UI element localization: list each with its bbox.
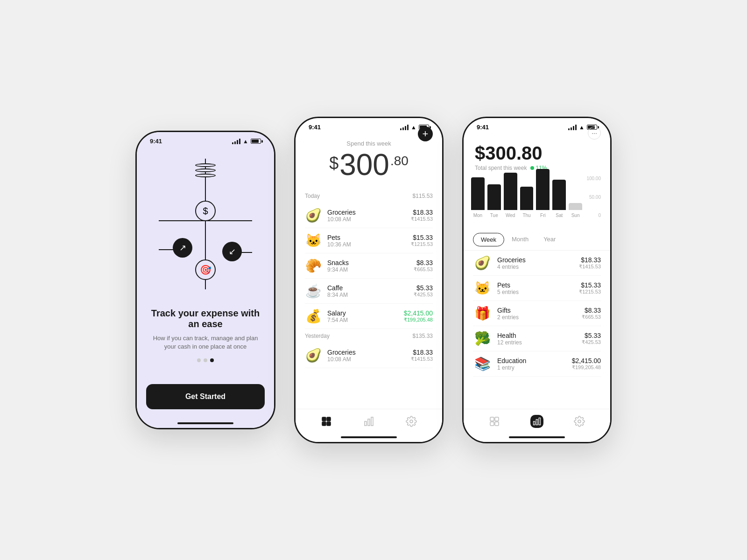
bar-mon: Mon (471, 177, 485, 218)
tab-year[interactable]: Year (536, 233, 563, 246)
bar-sun: Sun (569, 203, 582, 218)
tx-amount-pets-1: $15.33 ₹1215.53 (411, 234, 433, 247)
nav-settings-2[interactable] (405, 415, 418, 428)
y-label-50: 50.00 (589, 195, 601, 200)
cat-emoji-health: 🥦 (473, 331, 492, 346)
nav-home-3[interactable] (488, 415, 501, 428)
bars-container: Mon Tue Wed Thu (471, 176, 582, 218)
home-indicator-3 (509, 436, 565, 438)
time-3: 9:41 (477, 124, 489, 131)
svg-rect-14 (539, 418, 540, 425)
svg-point-15 (578, 420, 581, 423)
period-tabs: Week Month Year (464, 229, 610, 251)
nav-settings-3[interactable] (573, 415, 586, 428)
status-bar-1: 9:41 ▲ (137, 132, 274, 145)
section-yesterday: Yesterday $135.33 (305, 329, 433, 343)
status-bar-3: 9:41 ▲ (464, 118, 610, 131)
cat-emoji-pets: 🐱 (473, 280, 492, 296)
time-1: 9:41 (150, 138, 162, 145)
arrow-down-circle: ↙ (222, 242, 242, 261)
stats-amount: $300.80 (475, 143, 599, 164)
onboarding-subtitle: How if you can track, manage and plan yo… (151, 334, 260, 351)
cat-gifts[interactable]: 🎁 Gifts 2 entries $8.33 ₹665.53 (473, 301, 601, 326)
cat-info-groceries: Groceries 4 entries (497, 256, 579, 270)
tx-info-caffe-1: Caffe 8:34 AM (327, 284, 414, 298)
tx-info-groceries-1: Groceries 10:08 AM (327, 209, 411, 223)
tab-month[interactable]: Month (504, 233, 536, 246)
bar-chart: Mon Tue Wed Thu (464, 171, 610, 229)
cat-education[interactable]: 📚 Education 1 entry $2,415.00 ₹199,205.4… (473, 351, 601, 377)
section-today: Today $115.53 (305, 189, 433, 203)
section-yesterday-label: Yesterday (305, 333, 330, 339)
onboarding-title: Track your expense with an ease (151, 308, 260, 329)
section-today-label: Today (305, 193, 320, 199)
cat-info-health: Health 12 entries (497, 332, 582, 346)
nav-home-2[interactable] (320, 415, 333, 428)
signal-icon-3 (568, 125, 577, 130)
get-started-button[interactable]: Get Started (146, 384, 265, 409)
add-button[interactable]: + (418, 126, 433, 141)
tx-groceries-2[interactable]: 🥑 Groceries 10:08 AM $18.33 ₹1415.53 (305, 343, 433, 368)
svg-rect-12 (533, 421, 535, 425)
cat-amount-health: $5.33 ₹425.53 (582, 332, 601, 345)
svg-point-7 (410, 420, 413, 423)
svg-rect-4 (365, 421, 366, 426)
coins-icon (195, 163, 216, 177)
svg-rect-10 (490, 422, 494, 426)
bar-wed: Wed (504, 173, 517, 218)
bar-sat: Sat (552, 180, 566, 218)
tx-groceries-1[interactable]: 🥑 Groceries 10:08 AM $18.33 ₹1415.53 (305, 203, 433, 228)
tx-emoji-groceries-2: 🥑 (305, 348, 322, 363)
svg-rect-0 (322, 417, 326, 421)
cat-emoji-education: 📚 (473, 356, 492, 371)
signal-icon-2 (400, 125, 409, 130)
tx-info-groceries-2: Groceries 10:08 AM (327, 349, 411, 363)
tab-week[interactable]: Week (473, 233, 504, 246)
chart-y-axis: 100.00 50.00 0 (584, 176, 603, 218)
illustration: $ ↗ ↙ 🎯 (137, 145, 274, 303)
cat-info-education: Education 1 entry (497, 357, 572, 371)
tx-amount-caffe-1: $5.33 ₹425.53 (414, 284, 433, 298)
cat-emoji-gifts: 🎁 (473, 306, 492, 321)
chart-area: Mon Tue Wed Thu (471, 176, 603, 227)
phone-transactions: 9:41 ▲ + Spend this week $ 300 .80 (294, 117, 444, 443)
cat-pets[interactable]: 🐱 Pets 5 entries $15.33 ₹1215.53 (473, 276, 601, 301)
tx-snacks-1[interactable]: 🥐 Snacks 9:34 AM $8.33 ₹665.53 (305, 253, 433, 279)
dollar-circle: $ (195, 201, 216, 221)
green-dot (530, 166, 534, 170)
more-options-button[interactable]: ··· (588, 126, 601, 140)
arrow-up-circle: ↗ (173, 238, 192, 258)
cat-amount-pets: $15.33 ₹1215.53 (579, 281, 601, 295)
spend-amount: $ 300 .80 (296, 150, 442, 180)
svg-rect-6 (371, 417, 373, 426)
bar-wed-fill (504, 173, 517, 210)
section-today-total: $115.53 (413, 193, 433, 199)
tx-caffe-1[interactable]: ☕ Caffe 8:34 AM $5.33 ₹425.53 (305, 279, 433, 304)
cat-groceries[interactable]: 🥑 Groceries 4 entries $18.33 ₹1415.53 (473, 251, 601, 276)
wifi-icon: ▲ (243, 138, 248, 145)
illus-container: $ ↗ ↙ 🎯 (159, 159, 252, 289)
bar-sat-fill (552, 180, 566, 210)
tx-salary-1[interactable]: 💰 Salary 7:54 AM $2,415.00 ₹199,205.48 (305, 304, 433, 329)
cat-amount-education: $2,415.00 ₹199,205.48 (572, 357, 601, 371)
svg-rect-3 (327, 422, 331, 426)
time-2: 9:41 (309, 124, 321, 131)
bar-fri-fill (536, 169, 550, 210)
nav-chart-3[interactable] (530, 415, 543, 428)
onboarding-text: Track your expense with an ease How if y… (137, 308, 274, 351)
cat-info-pets: Pets 5 entries (497, 281, 579, 295)
tx-info-pets-1: Pets 10:36 AM (327, 234, 411, 248)
cat-amount-gifts: $8.33 ₹665.53 (582, 307, 601, 320)
cat-amount-groceries: $18.33 ₹1415.53 (579, 256, 601, 270)
svg-rect-13 (536, 420, 537, 425)
cat-health[interactable]: 🥦 Health 12 entries $5.33 ₹425.53 (473, 326, 601, 351)
dot-2 (204, 358, 207, 362)
home-indicator-1 (177, 422, 233, 424)
nav-chart-2[interactable] (362, 415, 375, 428)
tx-emoji-groceries-1: 🥑 (305, 208, 322, 223)
tx-info-salary-1: Salary 7:54 AM (327, 309, 404, 323)
spend-dollar-sign: $ (329, 154, 338, 173)
tx-pets-1[interactable]: 🐱 Pets 10:36 AM $15.33 ₹1215.53 (305, 228, 433, 253)
tx-amount-salary-1: $2,415.00 ₹199,205.48 (404, 309, 433, 323)
svg-rect-11 (495, 422, 499, 426)
